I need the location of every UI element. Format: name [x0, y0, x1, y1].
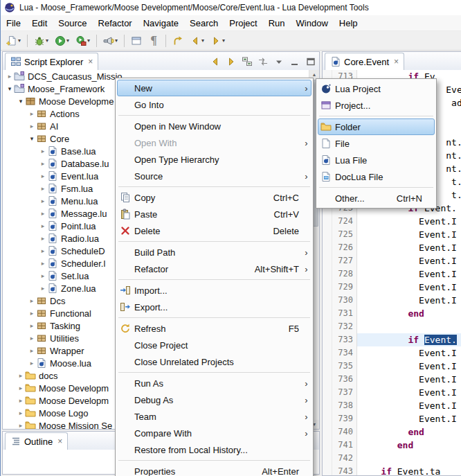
code-text[interactable]: end	[357, 307, 461, 320]
expand-arrow-icon[interactable]: ▸	[28, 347, 36, 354]
context-menu-item-source[interactable]: Source›	[117, 168, 311, 184]
toolbar-debug-button[interactable]: ▾	[31, 33, 51, 49]
panel-link-with-editor-button[interactable]	[255, 54, 270, 69]
new-submenu-item-lua-project[interactable]: Lua Project	[318, 80, 435, 97]
toolbar-external-tools-button[interactable]: ▾	[73, 33, 93, 49]
context-menu-item-delete[interactable]: DeleteDelete	[117, 222, 311, 239]
expand-arrow-icon[interactable]: ▸	[39, 197, 47, 204]
close-icon[interactable]: ×	[57, 437, 62, 446]
panel-maximize-button[interactable]	[303, 54, 318, 69]
expand-arrow-icon[interactable]: ▸	[39, 285, 47, 292]
context-menu-item-properties[interactable]: PropertiesAlt+Enter	[117, 463, 311, 476]
code-text[interactable]: Event.I	[357, 241, 461, 254]
context-menu-item-team[interactable]: Team›	[117, 408, 311, 425]
expand-arrow-icon[interactable]: ▸	[39, 160, 47, 167]
context-menu-item-go-into[interactable]: Go Into	[117, 96, 311, 113]
expand-arrow-icon[interactable]: ▸	[39, 272, 47, 279]
panel-back-button[interactable]	[208, 54, 222, 69]
code-text[interactable]: Event.I	[357, 228, 461, 241]
code-text[interactable]	[357, 320, 461, 333]
expand-arrow-icon[interactable]: ▸	[39, 148, 47, 155]
expand-arrow-icon[interactable]: ▸	[17, 422, 25, 429]
expand-arrow-icon[interactable]: ▸	[17, 385, 25, 391]
panel-minimize-button[interactable]	[287, 54, 302, 69]
toolbar-new-wizard-button[interactable]: ▾	[3, 33, 24, 49]
code-text[interactable]: Event.I	[357, 399, 461, 412]
context-menu-item-build-path[interactable]: Build Path›	[117, 244, 311, 261]
new-submenu-item-project[interactable]: Project...	[318, 97, 435, 114]
context-menu-item-compare-with[interactable]: Compare With›	[117, 425, 311, 441]
context-menu-item-new[interactable]: New›	[117, 80, 311, 96]
menubar-item-navigate[interactable]: Navigate	[138, 17, 184, 30]
panel-forward-button[interactable]	[224, 54, 238, 69]
expand-arrow-icon[interactable]: ▸	[39, 222, 47, 229]
expand-arrow-icon[interactable]: ▸	[39, 247, 47, 254]
context-menu-item-restore-from-local-history[interactable]: Restore from Local History...	[117, 441, 311, 458]
toolbar-forward-button[interactable]: ▾	[208, 33, 228, 49]
toolbar-show-whitespace-button[interactable]: ¶	[145, 33, 162, 49]
context-menu-item-copy[interactable]: CopyCtrl+C	[117, 189, 311, 206]
context-menu-item-open-in-new-window[interactable]: Open in New Window	[117, 118, 311, 134]
menubar-item-window[interactable]: Window	[291, 17, 334, 30]
context-menu-item-close-project[interactable]: Close Project	[117, 337, 311, 353]
code-text[interactable]: end	[357, 425, 461, 439]
expand-arrow-icon[interactable]: ▸	[28, 360, 36, 367]
menubar-item-project[interactable]: Project	[224, 17, 262, 30]
expand-arrow-icon[interactable]: ▸	[28, 110, 36, 117]
menubar-item-help[interactable]: Help	[334, 17, 363, 30]
context-menu-item-run-as[interactable]: Run As›	[117, 375, 311, 391]
code-text[interactable]: Event.I	[357, 294, 461, 307]
close-icon[interactable]: ×	[394, 57, 399, 67]
context-menu-item-refactor[interactable]: RefactorAlt+Shift+T›	[117, 261, 311, 277]
expand-arrow-icon[interactable]: ▸	[28, 322, 36, 329]
panel-view-menu-button[interactable]	[271, 54, 286, 69]
expand-arrow-icon[interactable]: ▸	[28, 123, 36, 130]
code-text[interactable]: Event.I	[357, 281, 461, 294]
expand-arrow-icon[interactable]: ▸	[28, 297, 36, 304]
toolbar-search-button[interactable]: ▾	[100, 33, 120, 49]
collapse-arrow-icon[interactable]: ▾	[6, 85, 14, 92]
context-menu-item-refresh[interactable]: RefreshF5	[117, 320, 311, 337]
expand-arrow-icon[interactable]: ▸	[39, 260, 47, 267]
expand-arrow-icon[interactable]: ▸	[39, 173, 47, 179]
code-text[interactable]: Event.I	[357, 254, 461, 267]
context-menu-item-paste[interactable]: PasteCtrl+V	[117, 206, 311, 222]
code-text[interactable]: Event.I	[357, 360, 461, 373]
code-text[interactable]: end	[357, 439, 461, 452]
menubar-item-search[interactable]: Search	[184, 17, 224, 30]
context-menu-item-close-unrelated-projects[interactable]: Close Unrelated Projects	[117, 353, 311, 370]
context-menu-item-open-type-hierarchy[interactable]: Open Type Hierarchy	[117, 151, 311, 168]
collapse-arrow-icon[interactable]: ▾	[28, 135, 36, 142]
code-text[interactable]: Event.I	[357, 215, 461, 228]
code-text[interactable]: Event.I	[357, 373, 461, 386]
tab-outline[interactable]: Outline ×	[5, 432, 68, 450]
tab-core-event[interactable]: Core.Event ×	[325, 53, 404, 70]
new-submenu-item-file[interactable]: File	[318, 135, 435, 152]
code-text[interactable]: Event.I	[357, 386, 461, 399]
expand-arrow-icon[interactable]: ▸	[6, 73, 14, 80]
expand-arrow-icon[interactable]: ▸	[39, 185, 47, 192]
expand-arrow-icon[interactable]: ▸	[17, 409, 25, 416]
expand-arrow-icon[interactable]: ▸	[28, 335, 36, 342]
menubar-item-file[interactable]: File	[1, 17, 26, 30]
code-text[interactable]: if Event.ta	[357, 465, 461, 475]
code-text[interactable]: Event.I	[357, 346, 461, 360]
new-submenu-item-lua-file[interactable]: Lua File	[318, 152, 435, 168]
code-text[interactable]	[357, 452, 461, 465]
new-submenu-item-other[interactable]: Other...Ctrl+N	[318, 190, 435, 206]
menubar-item-edit[interactable]: Edit	[26, 17, 53, 30]
context-menu-item-export[interactable]: Export...	[117, 299, 311, 315]
expand-arrow-icon[interactable]: ▸	[17, 372, 25, 379]
close-icon[interactable]: ×	[88, 57, 93, 67]
menubar-item-refactor[interactable]: Refactor	[93, 17, 138, 30]
expand-arrow-icon[interactable]: ▸	[39, 210, 47, 217]
new-submenu-item-doclua-file[interactable]: DocLua File	[318, 168, 435, 185]
expand-arrow-icon[interactable]: ▸	[28, 310, 36, 317]
context-menu-item-open-with[interactable]: Open With›	[117, 134, 311, 151]
context-menu-item-debug-as[interactable]: Debug As›	[117, 391, 311, 408]
menubar-item-run[interactable]: Run	[263, 17, 291, 30]
toolbar-open-editor-window-button[interactable]	[128, 33, 145, 49]
toolbar-back-button[interactable]: ▾	[187, 33, 207, 49]
context-menu-item-import[interactable]: Import...	[117, 282, 311, 299]
expand-arrow-icon[interactable]: ▸	[39, 235, 47, 242]
